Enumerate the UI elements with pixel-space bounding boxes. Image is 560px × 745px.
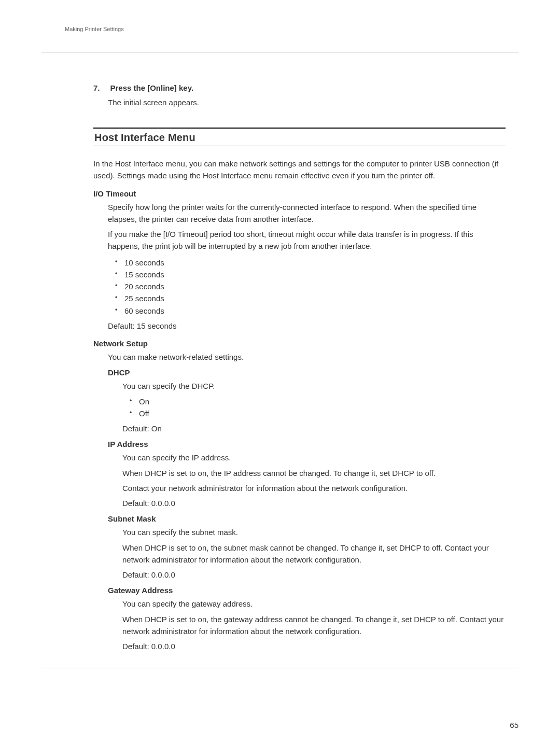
section-heading: Host Interface Menu xyxy=(93,128,506,146)
io-timeout-title: I/O Timeout xyxy=(93,189,506,198)
running-header: Making Printer Settings xyxy=(65,26,124,32)
list-item: 60 seconds xyxy=(115,305,506,317)
network-setup-intro: You can make network-related settings. xyxy=(108,351,506,363)
list-item: 20 seconds xyxy=(115,280,506,292)
dhcp-options: On Off xyxy=(130,396,506,420)
ip-address-title: IP Address xyxy=(108,440,506,448)
list-item: 25 seconds xyxy=(115,292,506,304)
io-timeout-p1: Specify how long the printer waits for t… xyxy=(108,201,506,226)
ip-p2: When DHCP is set to on, the IP address c… xyxy=(122,467,506,479)
gateway-default: Default: 0.0.0.0 xyxy=(122,640,506,652)
io-timeout-default: Default: 15 seconds xyxy=(108,320,506,332)
gateway-p2: When DHCP is set to on, the gateway addr… xyxy=(122,613,506,638)
section-title: Host Interface Menu xyxy=(94,132,506,144)
io-timeout-p2: If you make the [I/O Timeout] period too… xyxy=(108,228,506,252)
ip-p3: Contact your network administrator for i… xyxy=(122,482,506,494)
subnet-p2: When DHCP is set to on, the subnet mask … xyxy=(122,542,506,566)
io-timeout-options: 10 seconds 15 seconds 20 seconds 25 seco… xyxy=(115,257,506,317)
intro-paragraph: In the Host Interface menu, you can make… xyxy=(93,158,506,182)
dhcp-body: You can specify the DHCP. xyxy=(122,380,506,392)
gateway-p1: You can specify the gateway address. xyxy=(122,598,506,610)
list-item: On xyxy=(130,396,506,407)
step-number: 7. xyxy=(93,83,108,92)
gateway-address-title: Gateway Address xyxy=(108,586,506,595)
subnet-default: Default: 0.0.0.0 xyxy=(122,569,506,581)
ip-default: Default: 0.0.0.0 xyxy=(122,497,506,509)
subnet-mask-title: Subnet Mask xyxy=(108,514,506,523)
footer-rule xyxy=(41,668,519,668)
list-item: 15 seconds xyxy=(115,269,506,280)
step-7: 7. Press the [Online] key. xyxy=(93,83,506,93)
ip-p1: You can specify the IP address. xyxy=(122,452,506,463)
dhcp-default: Default: On xyxy=(122,423,506,434)
subnet-p1: You can specify the subnet mask. xyxy=(122,526,506,538)
list-item: Off xyxy=(130,407,506,419)
network-setup-title: Network Setup xyxy=(93,339,506,348)
dhcp-title: DHCP xyxy=(108,368,506,377)
step-instruction: Press the [Online] key. xyxy=(110,83,193,92)
page-number: 65 xyxy=(510,721,519,729)
step-body: The initial screen appears. xyxy=(108,98,506,107)
list-item: 10 seconds xyxy=(115,257,506,269)
